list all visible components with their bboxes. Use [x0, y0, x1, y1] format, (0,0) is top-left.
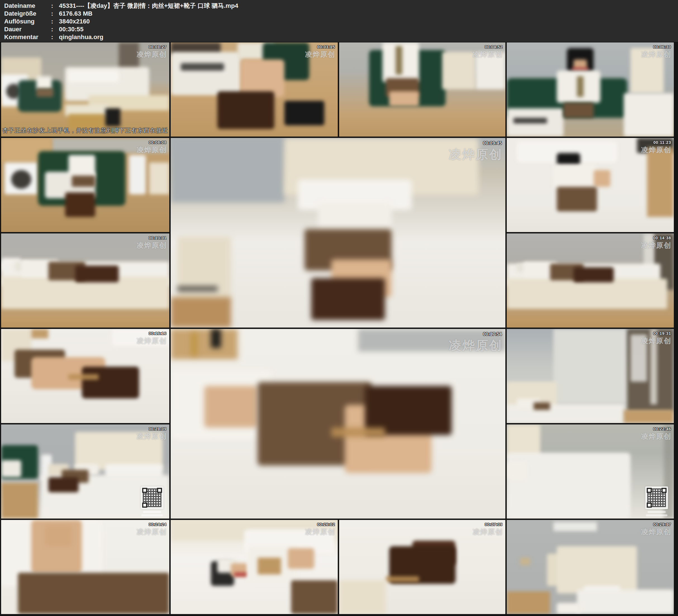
scene-color-block	[129, 155, 146, 195]
metadata-row: Dauer : 00:30:55	[4, 26, 678, 33]
metadata-row: Dateigröße : 6176.63 MB	[4, 10, 678, 17]
scene-color-block	[647, 147, 674, 217]
qr-finder	[142, 488, 147, 493]
metadata-separator: :	[51, 17, 59, 26]
scene-color-block	[171, 297, 231, 328]
scene-color-block	[204, 386, 258, 427]
scene-color-block	[72, 176, 95, 187]
metadata-separator: :	[51, 33, 59, 41]
timecode-overlay: 00:24:24	[149, 522, 166, 527]
scene-color-block	[258, 557, 281, 575]
watermark-text: 凌烨原创	[641, 336, 671, 345]
timecode-overlay: 00:06:30	[653, 44, 671, 49]
video-thumbnail-tile-kneeling-on-sofa-edge: 00:04:52 凌烨原创	[339, 42, 505, 137]
video-thumbnail-tile-folded-legs-boots-closeup: 00:16:16 凌烨原创	[1, 329, 169, 423]
watermark-text: 凌烨原创	[137, 432, 167, 441]
metadata-value: 45331----【凌day】杏子 微剧情：肉丝+短裙+靴子 口球 驷马.mp4	[59, 2, 678, 10]
scene-color-block	[594, 170, 610, 187]
watermark-text: 凌烨原创	[137, 145, 167, 154]
metadata-label: Dateigröße	[4, 10, 51, 17]
qr-finder	[647, 488, 652, 493]
scene-color-block	[1, 460, 21, 477]
metadata-label: Dauer	[4, 26, 51, 33]
scene-color-block	[624, 410, 674, 423]
scene-color-block	[171, 138, 285, 202]
scene-color-block	[171, 329, 238, 359]
qr-code-overlay	[645, 487, 668, 509]
scene-color-block	[69, 374, 99, 380]
metadata-separator: :	[51, 10, 59, 17]
scene-color-block	[563, 103, 594, 118]
timecode-overlay: 00:11:23	[653, 140, 671, 145]
scene-color-block	[1, 483, 38, 518]
timecode-overlay: 00:03:15	[317, 44, 335, 49]
qr-finder	[157, 488, 162, 493]
scene-color-block	[171, 52, 241, 95]
metadata-value: 6176.63 MB	[59, 10, 678, 17]
watermark-text: 凌烨原创	[641, 145, 671, 154]
timecode-overlay: 00:13:01	[149, 235, 166, 240]
scene-color-block	[48, 477, 78, 492]
watermark-text: 凌烨原创	[137, 527, 167, 536]
timecode-overlay: 00:01:27	[149, 44, 166, 49]
metadata-separator: :	[51, 26, 59, 33]
timecode-overlay: 00:19:31	[653, 331, 671, 336]
scene-color-block	[396, 46, 402, 74]
qr-caption-line	[647, 511, 666, 513]
video-thumbnail-tile-bed-duvet-headboard: 00:22:46 凌烨原创	[507, 424, 674, 518]
scene-color-block	[624, 93, 674, 137]
video-thumbnail-tile-bedroom-wide-sofa-left: 00:21:09 凌烨原创	[1, 424, 169, 518]
metadata-row: Kommentar : qinglanhua.org	[4, 33, 678, 41]
watermark-text: 凌烨原创	[641, 241, 671, 250]
timecode-overlay: 00:16:16	[149, 331, 166, 336]
scene-color-block	[554, 522, 597, 531]
timecode-overlay: 00:09:45	[483, 141, 502, 146]
video-thumbnail-tile-blindfold-gag-pillow: 00:26:02 凌烨原创	[171, 520, 338, 614]
scene-color-block	[534, 402, 550, 410]
timecode-overlay: 00:08:08	[149, 140, 166, 145]
metadata-value: qinglanhua.org	[59, 33, 678, 41]
scene-color-block	[177, 286, 218, 292]
scene-color-block	[105, 108, 120, 126]
video-thumbnail-tile-lying-on-bed-overhead: 00:11:23 凌烨原创	[507, 138, 674, 232]
scene-color-block	[11, 170, 31, 189]
scene-color-block	[442, 52, 476, 90]
subtitle-caption: 杏子正坐在沙发上玩手机，并没有注意到脚下正有东西在接近	[1, 126, 169, 134]
scene-color-block	[557, 187, 597, 211]
scene-color-block	[211, 329, 221, 348]
scene-color-block	[291, 580, 338, 614]
qr-finder	[647, 503, 652, 508]
scene-color-block	[75, 266, 119, 282]
scene-color-block	[69, 71, 119, 82]
scene-color-block	[331, 427, 385, 437]
watermark-text: 凌烨原创	[305, 527, 335, 536]
timecode-overlay: 00:26:02	[317, 522, 335, 527]
video-thumbnail-tile-crossed-boots-on-bed: 00:27:39 凌烨原创	[339, 520, 505, 614]
scene-color-block	[311, 278, 385, 320]
scene-color-block	[285, 101, 325, 125]
scene-color-block	[507, 591, 550, 614]
watermark-text: 凌烨原创	[449, 146, 502, 163]
watermark-text: 凌烨原创	[137, 50, 167, 59]
scene-color-block	[389, 91, 419, 106]
scene-color-block	[217, 91, 274, 129]
qr-caption-line	[143, 511, 161, 513]
video-thumbnail-tile-boots-floor-closeup: 00:03:15 凌烨原创	[171, 42, 338, 137]
video-thumbnail-tile-wall-shelf-headboard: 00:29:17 凌烨原创	[507, 520, 674, 614]
scene-color-block	[520, 557, 530, 565]
thumbnail-placeholder-image	[171, 138, 505, 328]
metadata-label: Dateiname	[4, 2, 51, 10]
file-info-header: Dateiname : 45331----【凌day】杏子 微剧情：肉丝+短裙+…	[0, 0, 678, 42]
metadata-label: Kommentar	[4, 33, 51, 41]
thumbnail-placeholder-image	[171, 329, 505, 518]
qr-finder	[662, 488, 667, 493]
metadata-label: Auflösung	[4, 17, 51, 26]
scene-color-block	[45, 526, 72, 546]
watermark-text: 凌烨原创	[449, 337, 502, 354]
video-thumbnail-tile-laundry-room-sofa-phone: 00:01:27 凌烨原创 杏子正坐在沙发上玩手机，并没有注意到脚下正有东西在接…	[1, 42, 169, 137]
video-thumbnail-tile-lying-on-bed-side-2: 00:14:38 凌烨原创	[507, 233, 674, 328]
timecode-overlay: 00:21:09	[149, 426, 166, 431]
scene-color-block	[554, 329, 627, 402]
watermark-text: 凌烨原创	[641, 527, 671, 536]
video-thumbnail-tile-gagged-on-green-sofa: 00:06:30 凌烨原创	[507, 42, 674, 137]
